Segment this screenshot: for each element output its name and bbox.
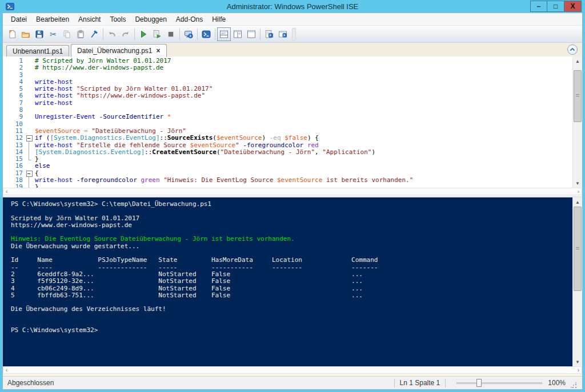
run-script-button[interactable] [137,27,150,41]
scroll-right-arrow[interactable]: › [578,367,579,373]
fold-margin [26,121,35,128]
zoom-slider[interactable] [456,378,542,387]
stop-operation-icon [166,30,175,39]
scroll-thumb[interactable] [574,70,582,122]
code-line: 7write-host [3,100,572,107]
title-bar: Administrator: Windows PowerShell ISE – … [2,0,583,13]
scroll-right-arrow[interactable]: › [578,189,579,195]
toolbar-separator [103,29,103,40]
tab-datei-ueberwachung[interactable]: Datei_Überwachung.ps1 × [71,44,166,57]
open-folder-icon [21,30,30,39]
editor-pane: 1# Scripted by Jörn Walter 01.01.20172# … [3,56,582,188]
status-bar: Abgeschlossen Ln 1 Spalte 1 100% [3,376,582,389]
script-pane-maximized-icon [247,30,256,39]
toolbar-overflow-handle[interactable] [292,28,296,41]
console-line [11,313,572,320]
fold-collapse-icon[interactable] [26,170,35,177]
maximize-button[interactable]: □ [547,1,564,12]
clear-console-button[interactable] [87,27,101,41]
stop-operation-button[interactable] [164,27,178,41]
start-powershell-icon [202,30,211,39]
menu-bar: DateiBearbeitenAnsichtToolsDebuggenAdd-O… [3,13,582,26]
menu-add-ons[interactable]: Add-Ons [171,14,207,25]
scroll-left-arrow[interactable]: ‹ [6,189,7,195]
new-remote-tab-button[interactable] [182,27,195,41]
scroll-thumb[interactable] [574,207,582,291]
menu-hilfe[interactable]: Hilfe [207,14,230,25]
fold-margin [26,92,35,99]
console-line: https://www.der-windows-papst.de [11,222,572,229]
run-selection-icon [153,30,162,39]
scroll-track[interactable] [573,66,582,179]
fold-margin [26,184,35,188]
paste-button[interactable] [74,27,87,41]
console-vertical-scrollbar[interactable]: ▲ ▼ [572,197,582,366]
tab-label: Datei_Überwachung.ps1 [77,47,152,55]
script-editor[interactable]: 1# Scripted by Jörn Walter 01.01.20172# … [3,56,572,188]
redo-button[interactable] [119,27,133,41]
redo-icon [121,30,130,39]
menu-datei[interactable]: Datei [6,14,31,25]
undo-button[interactable] [105,27,119,41]
zoom-slider-track[interactable] [456,382,542,384]
script-pane-right-icon [233,30,242,39]
code-line: 9Unregister-Event -SourceIdentifier * [3,114,572,120]
console-horizontal-scrollbar[interactable]: ‹ › [3,366,582,374]
zoom-slider-thumb[interactable] [476,379,482,387]
code-text: write-host -foregroundcolor green "Hinwe… [35,177,413,184]
cut-button[interactable]: ✂ [46,27,60,41]
script-pane-top-button[interactable] [217,27,231,41]
code-line: 18write-host -foregroundcolor green "Hin… [3,177,572,184]
run-selection-button[interactable] [150,27,164,41]
command-addon-button[interactable] [262,27,276,41]
editor-horizontal-scrollbar[interactable]: ‹ › [3,188,582,195]
script-pane-maximized-button[interactable] [245,27,258,41]
collapse-pane-button[interactable] [567,45,578,55]
minimize-button[interactable]: – [530,1,547,12]
new-remote-powershell-tab-icon [184,30,193,39]
fold-margin [26,100,35,107]
scroll-track[interactable] [573,207,582,357]
console-pane: PS C:\Windows\system32> C:\temp\Datei_Üb… [3,197,582,366]
code-line: 6write-host "https://www.der-windows-pap… [3,92,572,99]
chevron-up-icon [570,47,575,52]
save-button[interactable] [33,27,46,41]
fold-margin [26,114,35,120]
editor-vertical-scrollbar[interactable]: ▲ ▼ [572,56,582,188]
line-number: 13 [3,142,26,149]
menu-ansicht[interactable]: Ansicht [74,14,105,25]
console-line [11,208,572,215]
menu-debuggen[interactable]: Debuggen [130,14,171,25]
code-text: Unregister-Event -SourceIdentifier * [35,114,171,120]
code-line: 15} [3,156,572,163]
tab-unbenannt1[interactable]: Unbenannt1.ps1 [6,45,69,56]
app-frame: DateiBearbeitenAnsichtToolsDebuggenAdd-O… [2,13,583,390]
start-powershell-button[interactable] [199,27,213,41]
fold-collapse-icon[interactable] [26,135,35,142]
script-pane-toggle-button[interactable] [276,27,290,41]
scroll-down-arrow[interactable]: ▼ [573,357,582,366]
copy-button[interactable] [60,27,74,41]
menu-tools[interactable]: Tools [105,14,130,25]
scroll-left-arrow[interactable]: ‹ [6,367,7,373]
scroll-up-arrow[interactable]: ▲ [573,56,582,66]
open-script-button[interactable] [19,27,33,41]
close-button[interactable]: X [564,1,582,12]
scroll-down-arrow[interactable]: ▼ [573,179,582,188]
script-pane-right-button[interactable] [231,27,245,41]
scroll-up-arrow[interactable]: ▲ [573,197,582,207]
new-script-button[interactable] [5,27,19,41]
run-script-icon [139,30,148,39]
console-line: Hinweis: Die EventLog Source Dateiüberwa… [11,236,572,243]
fold-margin [26,107,35,114]
command-addon-icon [265,30,274,39]
toolbar-separator [134,29,135,40]
close-tab-icon[interactable]: × [157,47,161,55]
status-divider [394,379,395,387]
fold-margin [26,128,35,135]
new-script-icon [7,30,17,39]
resize-grip-icon[interactable] [570,382,578,389]
code-text: # https://www.der-windows-papst.de [35,64,163,71]
console-output[interactable]: PS C:\Windows\system32> C:\temp\Datei_Üb… [3,197,572,366]
menu-bearbeiten[interactable]: Bearbeiten [31,14,74,25]
